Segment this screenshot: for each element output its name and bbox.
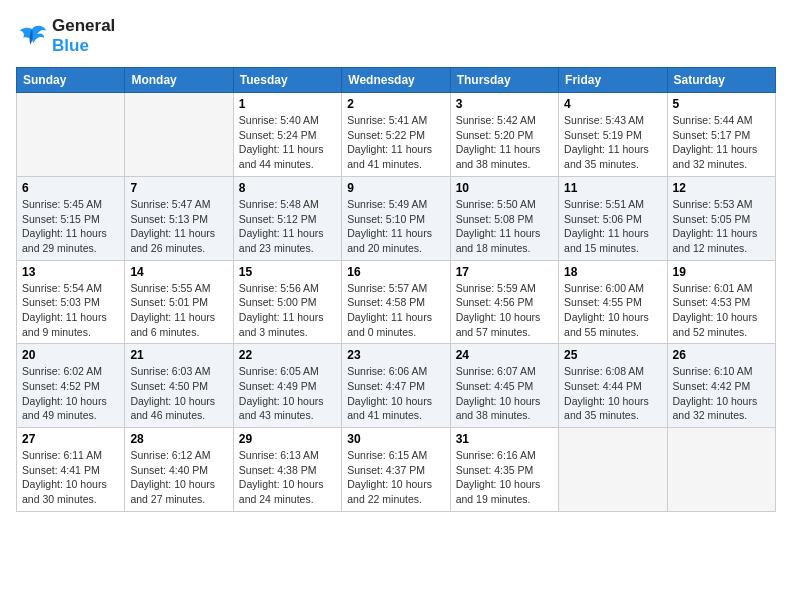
- calendar-cell: 22Sunrise: 6:05 AM Sunset: 4:49 PM Dayli…: [233, 344, 341, 428]
- calendar-cell: [559, 428, 667, 512]
- weekday-header-monday: Monday: [125, 68, 233, 93]
- day-info: Sunrise: 5:47 AM Sunset: 5:13 PM Dayligh…: [130, 197, 227, 256]
- day-number: 3: [456, 97, 553, 111]
- calendar-cell: 6Sunrise: 5:45 AM Sunset: 5:15 PM Daylig…: [17, 176, 125, 260]
- calendar-week-4: 20Sunrise: 6:02 AM Sunset: 4:52 PM Dayli…: [17, 344, 776, 428]
- calendar-cell: [17, 93, 125, 177]
- day-info: Sunrise: 5:51 AM Sunset: 5:06 PM Dayligh…: [564, 197, 661, 256]
- day-info: Sunrise: 5:44 AM Sunset: 5:17 PM Dayligh…: [673, 113, 770, 172]
- day-info: Sunrise: 5:41 AM Sunset: 5:22 PM Dayligh…: [347, 113, 444, 172]
- weekday-header-thursday: Thursday: [450, 68, 558, 93]
- day-number: 18: [564, 265, 661, 279]
- day-info: Sunrise: 5:48 AM Sunset: 5:12 PM Dayligh…: [239, 197, 336, 256]
- logo-icon: [16, 22, 48, 50]
- calendar-cell: 3Sunrise: 5:42 AM Sunset: 5:20 PM Daylig…: [450, 93, 558, 177]
- calendar-cell: 9Sunrise: 5:49 AM Sunset: 5:10 PM Daylig…: [342, 176, 450, 260]
- calendar-cell: 27Sunrise: 6:11 AM Sunset: 4:41 PM Dayli…: [17, 428, 125, 512]
- day-info: Sunrise: 6:03 AM Sunset: 4:50 PM Dayligh…: [130, 364, 227, 423]
- calendar-cell: 11Sunrise: 5:51 AM Sunset: 5:06 PM Dayli…: [559, 176, 667, 260]
- calendar-cell: 16Sunrise: 5:57 AM Sunset: 4:58 PM Dayli…: [342, 260, 450, 344]
- day-number: 13: [22, 265, 119, 279]
- calendar-cell: 26Sunrise: 6:10 AM Sunset: 4:42 PM Dayli…: [667, 344, 775, 428]
- calendar-cell: 5Sunrise: 5:44 AM Sunset: 5:17 PM Daylig…: [667, 93, 775, 177]
- calendar-cell: 21Sunrise: 6:03 AM Sunset: 4:50 PM Dayli…: [125, 344, 233, 428]
- day-number: 27: [22, 432, 119, 446]
- day-number: 31: [456, 432, 553, 446]
- day-number: 15: [239, 265, 336, 279]
- calendar-cell: 7Sunrise: 5:47 AM Sunset: 5:13 PM Daylig…: [125, 176, 233, 260]
- day-number: 25: [564, 348, 661, 362]
- day-info: Sunrise: 6:05 AM Sunset: 4:49 PM Dayligh…: [239, 364, 336, 423]
- calendar-cell: 30Sunrise: 6:15 AM Sunset: 4:37 PM Dayli…: [342, 428, 450, 512]
- calendar-week-1: 1Sunrise: 5:40 AM Sunset: 5:24 PM Daylig…: [17, 93, 776, 177]
- day-info: Sunrise: 6:16 AM Sunset: 4:35 PM Dayligh…: [456, 448, 553, 507]
- day-number: 11: [564, 181, 661, 195]
- calendar-cell: 10Sunrise: 5:50 AM Sunset: 5:08 PM Dayli…: [450, 176, 558, 260]
- day-info: Sunrise: 6:10 AM Sunset: 4:42 PM Dayligh…: [673, 364, 770, 423]
- day-info: Sunrise: 5:49 AM Sunset: 5:10 PM Dayligh…: [347, 197, 444, 256]
- day-info: Sunrise: 5:54 AM Sunset: 5:03 PM Dayligh…: [22, 281, 119, 340]
- calendar-cell: [125, 93, 233, 177]
- day-number: 16: [347, 265, 444, 279]
- day-info: Sunrise: 6:08 AM Sunset: 4:44 PM Dayligh…: [564, 364, 661, 423]
- calendar-cell: [667, 428, 775, 512]
- day-number: 12: [673, 181, 770, 195]
- day-info: Sunrise: 6:12 AM Sunset: 4:40 PM Dayligh…: [130, 448, 227, 507]
- day-info: Sunrise: 6:06 AM Sunset: 4:47 PM Dayligh…: [347, 364, 444, 423]
- day-info: Sunrise: 5:56 AM Sunset: 5:00 PM Dayligh…: [239, 281, 336, 340]
- day-number: 21: [130, 348, 227, 362]
- day-info: Sunrise: 6:07 AM Sunset: 4:45 PM Dayligh…: [456, 364, 553, 423]
- weekday-header-wednesday: Wednesday: [342, 68, 450, 93]
- day-number: 24: [456, 348, 553, 362]
- day-info: Sunrise: 5:43 AM Sunset: 5:19 PM Dayligh…: [564, 113, 661, 172]
- day-number: 10: [456, 181, 553, 195]
- day-info: Sunrise: 6:02 AM Sunset: 4:52 PM Dayligh…: [22, 364, 119, 423]
- calendar-cell: 28Sunrise: 6:12 AM Sunset: 4:40 PM Dayli…: [125, 428, 233, 512]
- calendar-cell: 14Sunrise: 5:55 AM Sunset: 5:01 PM Dayli…: [125, 260, 233, 344]
- day-number: 26: [673, 348, 770, 362]
- day-info: Sunrise: 6:15 AM Sunset: 4:37 PM Dayligh…: [347, 448, 444, 507]
- day-info: Sunrise: 5:55 AM Sunset: 5:01 PM Dayligh…: [130, 281, 227, 340]
- calendar-week-3: 13Sunrise: 5:54 AM Sunset: 5:03 PM Dayli…: [17, 260, 776, 344]
- day-info: Sunrise: 5:53 AM Sunset: 5:05 PM Dayligh…: [673, 197, 770, 256]
- calendar-cell: 1Sunrise: 5:40 AM Sunset: 5:24 PM Daylig…: [233, 93, 341, 177]
- weekday-header-friday: Friday: [559, 68, 667, 93]
- page-header: General Blue: [16, 16, 776, 55]
- calendar-cell: 25Sunrise: 6:08 AM Sunset: 4:44 PM Dayli…: [559, 344, 667, 428]
- day-number: 7: [130, 181, 227, 195]
- day-info: Sunrise: 6:00 AM Sunset: 4:55 PM Dayligh…: [564, 281, 661, 340]
- day-number: 29: [239, 432, 336, 446]
- day-number: 14: [130, 265, 227, 279]
- calendar-cell: 18Sunrise: 6:00 AM Sunset: 4:55 PM Dayli…: [559, 260, 667, 344]
- calendar-cell: 12Sunrise: 5:53 AM Sunset: 5:05 PM Dayli…: [667, 176, 775, 260]
- day-number: 4: [564, 97, 661, 111]
- day-info: Sunrise: 6:01 AM Sunset: 4:53 PM Dayligh…: [673, 281, 770, 340]
- day-number: 9: [347, 181, 444, 195]
- calendar-week-2: 6Sunrise: 5:45 AM Sunset: 5:15 PM Daylig…: [17, 176, 776, 260]
- weekday-header-tuesday: Tuesday: [233, 68, 341, 93]
- day-number: 20: [22, 348, 119, 362]
- calendar-cell: 4Sunrise: 5:43 AM Sunset: 5:19 PM Daylig…: [559, 93, 667, 177]
- calendar-week-5: 27Sunrise: 6:11 AM Sunset: 4:41 PM Dayli…: [17, 428, 776, 512]
- day-number: 2: [347, 97, 444, 111]
- calendar-cell: 13Sunrise: 5:54 AM Sunset: 5:03 PM Dayli…: [17, 260, 125, 344]
- calendar-cell: 24Sunrise: 6:07 AM Sunset: 4:45 PM Dayli…: [450, 344, 558, 428]
- calendar-cell: 8Sunrise: 5:48 AM Sunset: 5:12 PM Daylig…: [233, 176, 341, 260]
- day-info: Sunrise: 6:13 AM Sunset: 4:38 PM Dayligh…: [239, 448, 336, 507]
- day-number: 22: [239, 348, 336, 362]
- weekday-header-saturday: Saturday: [667, 68, 775, 93]
- calendar-cell: 20Sunrise: 6:02 AM Sunset: 4:52 PM Dayli…: [17, 344, 125, 428]
- day-info: Sunrise: 5:42 AM Sunset: 5:20 PM Dayligh…: [456, 113, 553, 172]
- logo-text: General: [52, 16, 115, 36]
- day-info: Sunrise: 6:11 AM Sunset: 4:41 PM Dayligh…: [22, 448, 119, 507]
- day-info: Sunrise: 5:50 AM Sunset: 5:08 PM Dayligh…: [456, 197, 553, 256]
- weekday-header-sunday: Sunday: [17, 68, 125, 93]
- day-number: 19: [673, 265, 770, 279]
- calendar-cell: 17Sunrise: 5:59 AM Sunset: 4:56 PM Dayli…: [450, 260, 558, 344]
- day-info: Sunrise: 5:40 AM Sunset: 5:24 PM Dayligh…: [239, 113, 336, 172]
- calendar-cell: 29Sunrise: 6:13 AM Sunset: 4:38 PM Dayli…: [233, 428, 341, 512]
- day-number: 23: [347, 348, 444, 362]
- day-number: 28: [130, 432, 227, 446]
- calendar-cell: 15Sunrise: 5:56 AM Sunset: 5:00 PM Dayli…: [233, 260, 341, 344]
- calendar-cell: 31Sunrise: 6:16 AM Sunset: 4:35 PM Dayli…: [450, 428, 558, 512]
